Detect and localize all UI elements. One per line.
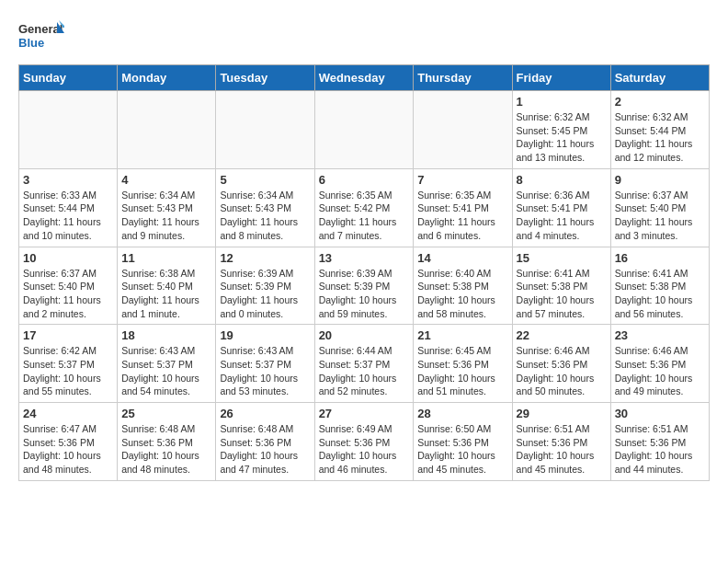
day-number: 17 xyxy=(23,328,113,342)
day-number: 26 xyxy=(220,407,310,420)
day-header-monday: Monday xyxy=(118,65,216,91)
week-row-2: 10Sunrise: 6:37 AM Sunset: 5:40 PM Dayli… xyxy=(19,247,710,325)
day-info: Sunrise: 6:38 AM Sunset: 5:40 PM Dayligh… xyxy=(121,267,211,321)
week-row-4: 24Sunrise: 6:47 AM Sunset: 5:36 PM Dayli… xyxy=(19,403,710,481)
calendar-cell: 17Sunrise: 6:42 AM Sunset: 5:37 PM Dayli… xyxy=(19,325,118,403)
calendar-cell: 10Sunrise: 6:37 AM Sunset: 5:40 PM Dayli… xyxy=(19,247,118,325)
calendar-cell: 8Sunrise: 6:36 AM Sunset: 5:41 PM Daylig… xyxy=(512,168,610,247)
day-info: Sunrise: 6:39 AM Sunset: 5:39 PM Dayligh… xyxy=(319,267,410,321)
calendar-cell: 6Sunrise: 6:35 AM Sunset: 5:42 PM Daylig… xyxy=(314,168,414,247)
day-header-tuesday: Tuesday xyxy=(216,65,314,91)
day-info: Sunrise: 6:43 AM Sunset: 5:37 PM Dayligh… xyxy=(220,344,310,398)
day-header-wednesday: Wednesday xyxy=(314,65,414,91)
logo-svg: General Blue xyxy=(18,18,64,55)
calendar-cell: 26Sunrise: 6:48 AM Sunset: 5:36 PM Dayli… xyxy=(216,403,314,481)
day-info: Sunrise: 6:50 AM Sunset: 5:36 PM Dayligh… xyxy=(417,422,507,477)
day-info: Sunrise: 6:42 AM Sunset: 5:37 PM Dayligh… xyxy=(23,344,113,398)
calendar-cell: 15Sunrise: 6:41 AM Sunset: 5:38 PM Dayli… xyxy=(512,247,610,325)
calendar-cell: 1Sunrise: 6:32 AM Sunset: 5:45 PM Daylig… xyxy=(512,91,610,169)
day-info: Sunrise: 6:51 AM Sunset: 5:36 PM Dayligh… xyxy=(615,422,705,477)
day-number: 28 xyxy=(417,407,507,420)
day-number: 2 xyxy=(615,95,705,109)
day-number: 1 xyxy=(517,95,607,109)
day-header-friday: Friday xyxy=(512,65,610,91)
calendar-cell: 4Sunrise: 6:34 AM Sunset: 5:43 PM Daylig… xyxy=(118,168,216,247)
day-info: Sunrise: 6:36 AM Sunset: 5:41 PM Dayligh… xyxy=(517,189,607,243)
day-number: 3 xyxy=(23,173,113,187)
day-info: Sunrise: 6:37 AM Sunset: 5:40 PM Dayligh… xyxy=(23,267,113,321)
day-info: Sunrise: 6:49 AM Sunset: 5:36 PM Dayligh… xyxy=(319,422,410,477)
day-number: 30 xyxy=(615,407,705,420)
day-number: 19 xyxy=(220,328,310,342)
day-info: Sunrise: 6:41 AM Sunset: 5:38 PM Dayligh… xyxy=(615,267,705,321)
day-number: 22 xyxy=(517,328,607,342)
day-info: Sunrise: 6:47 AM Sunset: 5:36 PM Dayligh… xyxy=(23,422,113,477)
day-number: 20 xyxy=(319,328,410,342)
calendar-cell: 20Sunrise: 6:44 AM Sunset: 5:37 PM Dayli… xyxy=(314,325,414,403)
calendar-header-row: SundayMondayTuesdayWednesdayThursdayFrid… xyxy=(19,65,710,91)
week-row-1: 3Sunrise: 6:33 AM Sunset: 5:44 PM Daylig… xyxy=(19,168,710,247)
calendar-cell xyxy=(216,91,314,169)
calendar: SundayMondayTuesdayWednesdayThursdayFrid… xyxy=(18,64,710,481)
week-row-0: 1Sunrise: 6:32 AM Sunset: 5:45 PM Daylig… xyxy=(19,91,710,169)
calendar-cell xyxy=(314,91,414,169)
calendar-cell: 19Sunrise: 6:43 AM Sunset: 5:37 PM Dayli… xyxy=(216,325,314,403)
day-number: 6 xyxy=(319,173,410,187)
calendar-cell: 16Sunrise: 6:41 AM Sunset: 5:38 PM Dayli… xyxy=(610,247,709,325)
day-number: 9 xyxy=(615,173,705,187)
day-info: Sunrise: 6:43 AM Sunset: 5:37 PM Dayligh… xyxy=(121,344,211,398)
day-number: 12 xyxy=(220,251,310,265)
calendar-cell: 27Sunrise: 6:49 AM Sunset: 5:36 PM Dayli… xyxy=(314,403,414,481)
day-number: 23 xyxy=(615,328,705,342)
calendar-cell: 9Sunrise: 6:37 AM Sunset: 5:40 PM Daylig… xyxy=(610,168,709,247)
day-number: 14 xyxy=(417,251,507,265)
day-number: 5 xyxy=(220,173,310,187)
day-number: 15 xyxy=(517,251,607,265)
day-header-saturday: Saturday xyxy=(610,65,709,91)
day-info: Sunrise: 6:37 AM Sunset: 5:40 PM Dayligh… xyxy=(615,189,705,243)
day-number: 18 xyxy=(121,328,211,342)
day-header-sunday: Sunday xyxy=(19,65,118,91)
day-number: 10 xyxy=(23,251,113,265)
calendar-cell: 30Sunrise: 6:51 AM Sunset: 5:36 PM Dayli… xyxy=(610,403,709,481)
day-header-thursday: Thursday xyxy=(414,65,512,91)
day-info: Sunrise: 6:34 AM Sunset: 5:43 PM Dayligh… xyxy=(220,189,310,243)
calendar-cell: 21Sunrise: 6:45 AM Sunset: 5:36 PM Dayli… xyxy=(414,325,512,403)
calendar-cell: 28Sunrise: 6:50 AM Sunset: 5:36 PM Dayli… xyxy=(414,403,512,481)
day-number: 11 xyxy=(121,251,211,265)
calendar-cell: 5Sunrise: 6:34 AM Sunset: 5:43 PM Daylig… xyxy=(216,168,314,247)
day-info: Sunrise: 6:35 AM Sunset: 5:41 PM Dayligh… xyxy=(417,189,507,243)
logo: General Blue xyxy=(18,18,64,55)
day-number: 16 xyxy=(615,251,705,265)
day-info: Sunrise: 6:33 AM Sunset: 5:44 PM Dayligh… xyxy=(23,189,113,243)
calendar-cell xyxy=(19,91,118,169)
day-info: Sunrise: 6:48 AM Sunset: 5:36 PM Dayligh… xyxy=(121,422,211,477)
calendar-cell: 14Sunrise: 6:40 AM Sunset: 5:38 PM Dayli… xyxy=(414,247,512,325)
day-info: Sunrise: 6:46 AM Sunset: 5:36 PM Dayligh… xyxy=(517,344,607,398)
day-number: 24 xyxy=(23,407,113,420)
day-info: Sunrise: 6:46 AM Sunset: 5:36 PM Dayligh… xyxy=(615,344,705,398)
day-info: Sunrise: 6:44 AM Sunset: 5:37 PM Dayligh… xyxy=(319,344,410,398)
calendar-cell: 24Sunrise: 6:47 AM Sunset: 5:36 PM Dayli… xyxy=(19,403,118,481)
svg-text:Blue: Blue xyxy=(18,36,44,50)
day-info: Sunrise: 6:39 AM Sunset: 5:39 PM Dayligh… xyxy=(220,267,310,321)
day-info: Sunrise: 6:34 AM Sunset: 5:43 PM Dayligh… xyxy=(121,189,211,243)
day-info: Sunrise: 6:41 AM Sunset: 5:38 PM Dayligh… xyxy=(517,267,607,321)
day-number: 8 xyxy=(517,173,607,187)
calendar-cell: 22Sunrise: 6:46 AM Sunset: 5:36 PM Dayli… xyxy=(512,325,610,403)
day-number: 27 xyxy=(319,407,410,420)
day-info: Sunrise: 6:51 AM Sunset: 5:36 PM Dayligh… xyxy=(517,422,607,477)
day-number: 13 xyxy=(319,251,410,265)
calendar-cell: 25Sunrise: 6:48 AM Sunset: 5:36 PM Dayli… xyxy=(118,403,216,481)
calendar-cell: 7Sunrise: 6:35 AM Sunset: 5:41 PM Daylig… xyxy=(414,168,512,247)
svg-text:General: General xyxy=(18,22,63,36)
calendar-cell: 13Sunrise: 6:39 AM Sunset: 5:39 PM Dayli… xyxy=(314,247,414,325)
calendar-cell xyxy=(414,91,512,169)
calendar-cell: 23Sunrise: 6:46 AM Sunset: 5:36 PM Dayli… xyxy=(610,325,709,403)
day-info: Sunrise: 6:35 AM Sunset: 5:42 PM Dayligh… xyxy=(319,189,410,243)
calendar-cell xyxy=(118,91,216,169)
calendar-cell: 3Sunrise: 6:33 AM Sunset: 5:44 PM Daylig… xyxy=(19,168,118,247)
day-number: 4 xyxy=(121,173,211,187)
week-row-3: 17Sunrise: 6:42 AM Sunset: 5:37 PM Dayli… xyxy=(19,325,710,403)
day-info: Sunrise: 6:32 AM Sunset: 5:45 PM Dayligh… xyxy=(517,110,607,165)
